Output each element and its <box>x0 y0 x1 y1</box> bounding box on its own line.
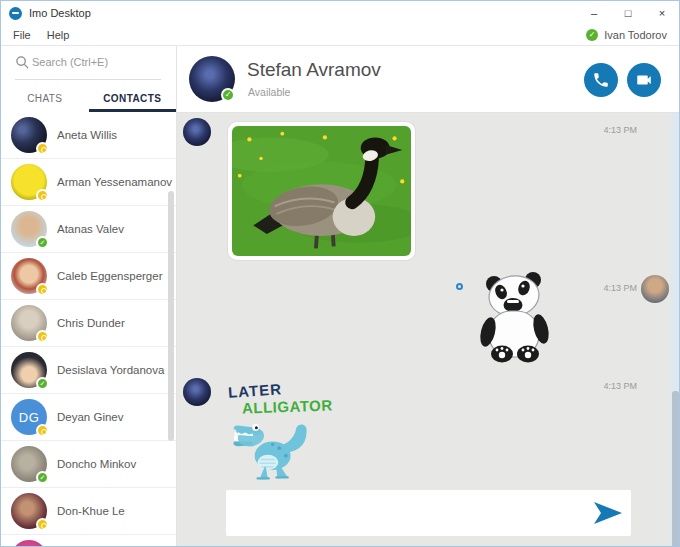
send-arrow-icon <box>594 502 622 524</box>
message-timestamp: 4:13 PM <box>581 125 637 135</box>
contact-name: Don-Khue Le <box>57 505 125 517</box>
contact-name: Caleb Eggensperger <box>57 270 163 282</box>
title-bar: Imo Desktop – □ × <box>1 1 679 25</box>
avatar <box>11 258 47 294</box>
contact-name: Deyan Ginev <box>57 411 123 423</box>
close-button[interactable]: × <box>645 1 679 25</box>
chat-header: ✓ Stefan Avramov Available <box>177 46 679 113</box>
avatar <box>11 493 47 529</box>
contact-name: Doncho Minkov <box>57 458 136 470</box>
avatar <box>11 164 47 200</box>
app-logo-icon <box>9 7 22 20</box>
minimize-button[interactable]: – <box>577 1 611 25</box>
message-sticker-alligator[interactable]: LATER ALLIGATOR <box>225 379 385 491</box>
message-composer <box>226 490 631 536</box>
search-input[interactable] <box>32 51 157 73</box>
search-underline <box>15 79 161 80</box>
status-away-clock-icon <box>36 330 49 343</box>
status-away-clock-icon <box>36 518 49 531</box>
current-user[interactable]: ✓ Ivan Todorov <box>586 29 667 41</box>
status-away-clock-icon <box>36 283 49 296</box>
send-button[interactable] <box>593 502 623 524</box>
goose-photo-image <box>232 126 411 256</box>
message-timestamp: 4:13 PM <box>581 381 637 391</box>
contact-row-deyan-ginev[interactable]: DG Deyan Ginev <box>1 394 176 441</box>
contact-row-arman-yessenamanov[interactable]: Arman Yessenamanov <box>1 159 176 206</box>
chat-scrollbar-track[interactable] <box>671 113 679 546</box>
contact-row-doncho-minkov[interactable]: ✓ Doncho Minkov <box>1 441 176 488</box>
video-camera-icon <box>635 71 653 89</box>
message-sticker-panda[interactable] <box>477 271 555 363</box>
contact-name: Aneta Willis <box>57 129 117 141</box>
status-away-clock-icon <box>36 189 49 202</box>
message-input[interactable] <box>236 496 576 530</box>
avatar <box>11 305 47 341</box>
contact-row-partial[interactable] <box>1 535 176 547</box>
contact-name: Atanas Valev <box>57 223 124 235</box>
audio-call-button[interactable] <box>584 63 618 97</box>
message-list: 4:13 PM 4:13 PM <box>177 113 679 546</box>
avatar: DG <box>11 399 47 435</box>
avatar: ✓ <box>11 446 47 482</box>
current-user-name: Ivan Todorov <box>604 29 667 41</box>
contact-row-chris-dunder[interactable]: Chris Dunder <box>1 300 176 347</box>
avatar: ✓ <box>11 211 47 247</box>
maximize-button[interactable]: □ <box>611 1 645 25</box>
chat-partner-avatar[interactable]: ✓ <box>189 56 235 102</box>
chat-scrollbar-thumb[interactable] <box>672 391 679 547</box>
menu-bar: File Help ✓ Ivan Todorov <box>1 25 679 46</box>
message-sender-avatar <box>183 378 211 406</box>
tab-chats[interactable]: CHATS <box>1 84 89 112</box>
contact-row-aneta-willis[interactable]: Aneta Willis <box>1 112 176 159</box>
message-photo-goose[interactable] <box>228 122 415 260</box>
alligator-drawing <box>229 417 321 485</box>
avatar <box>11 540 47 547</box>
video-call-button[interactable] <box>627 63 661 97</box>
menu-help[interactable]: Help <box>39 29 78 41</box>
search-bar <box>1 46 176 81</box>
contact-name: Chris Dunder <box>57 317 125 329</box>
contact-row-caleb-eggensperger[interactable]: Caleb Eggensperger <box>1 253 176 300</box>
menu-file[interactable]: File <box>5 29 39 41</box>
sidebar-scrollbar[interactable] <box>168 191 174 441</box>
status-online-check-icon: ✓ <box>36 377 49 390</box>
tab-contacts[interactable]: CONTACTS <box>89 84 177 112</box>
avatar: ✓ <box>11 352 47 388</box>
contact-list: Aneta Willis Arman Yessenamanov ✓ Atanas… <box>1 112 176 547</box>
sticker-text-alligator: ALLIGATOR <box>242 396 333 416</box>
sidebar: CHATS CONTACTS Aneta Willis Arman Yessen… <box>1 46 177 547</box>
chat-partner-status: Available <box>248 86 290 98</box>
contact-name: Arman Yessenamanov <box>57 176 172 188</box>
contact-name: Desislava Yordanova <box>57 364 164 376</box>
contact-row-atanas-valev[interactable]: ✓ Atanas Valev <box>1 206 176 253</box>
window-title: Imo Desktop <box>29 7 91 19</box>
main-panel: ✓ Stefan Avramov Available <box>177 46 679 546</box>
user-online-status-icon: ✓ <box>586 29 598 41</box>
contact-row-desislava-yordanova[interactable]: ✓ Desislava Yordanova <box>1 347 176 394</box>
status-online-check-icon: ✓ <box>36 471 49 484</box>
status-away-clock-icon <box>36 142 49 155</box>
message-timestamp: 4:13 PM <box>581 283 637 293</box>
avatar <box>11 117 47 153</box>
status-online-check-icon: ✓ <box>36 236 49 249</box>
status-online-check-icon: ✓ <box>221 88 235 102</box>
sidebar-tabs: CHATS CONTACTS <box>1 84 176 112</box>
search-icon <box>15 55 30 70</box>
message-sent-status-icon <box>456 283 463 290</box>
status-away-clock-icon <box>36 424 49 437</box>
window-controls: – □ × <box>577 1 679 25</box>
contact-row-don-khue-le[interactable]: Don-Khue Le <box>1 488 176 535</box>
chat-partner-name: Stefan Avramov <box>247 59 381 81</box>
message-sender-avatar <box>641 275 669 303</box>
message-sender-avatar <box>183 118 211 146</box>
phone-icon <box>592 71 610 89</box>
app-window: Imo Desktop – □ × File Help ✓ Ivan Todor… <box>0 0 680 547</box>
